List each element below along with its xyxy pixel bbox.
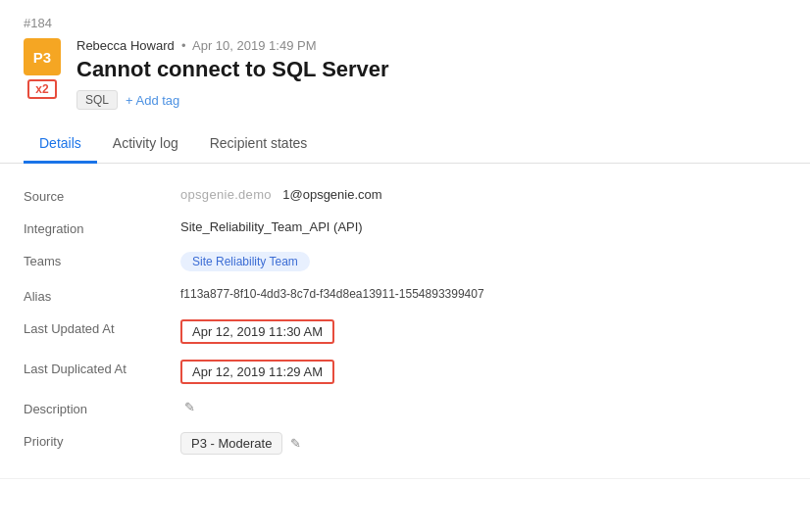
- duplicate-badge: x2: [27, 79, 56, 99]
- last-duplicated-datetime: Apr 12, 2019 11:29 AM: [180, 360, 334, 384]
- alias-row: Alias f113a877-8f10-4dd3-8c7d-f34d8ea139…: [24, 279, 786, 312]
- tabs-bar: Details Activity log Recipient states: [0, 125, 810, 164]
- priority-badge: P3: [24, 38, 61, 75]
- bottom-divider: [0, 478, 810, 479]
- source-text-blur: opsgenie.demo: [180, 187, 279, 202]
- priority-row: Priority P3 - Moderate ✎: [24, 424, 786, 462]
- issue-title: Cannot connect to SQL Server: [76, 57, 786, 82]
- last-updated-datetime: Apr 12, 2019 11:30 AM: [180, 319, 334, 344]
- integration-label: Integration: [24, 219, 180, 236]
- description-value: ✎: [180, 400, 786, 414]
- source-value: opsgenie.demo 1@opsgenie.com: [180, 187, 786, 202]
- tags-row: SQL + Add tag: [76, 90, 786, 110]
- priority-value: P3 - Moderate ✎: [180, 432, 786, 455]
- tab-recipient-states[interactable]: Recipient states: [194, 125, 324, 164]
- priority-container: P3 x2: [24, 38, 61, 99]
- last-duplicated-row: Last Duplicated At Apr 12, 2019 11:29 AM: [24, 352, 786, 392]
- issue-number: #184: [24, 16, 786, 30]
- integration-row: Integration Site_Reliability_Team_API (A…: [24, 212, 786, 244]
- tab-details[interactable]: Details: [24, 125, 97, 164]
- description-edit-icon[interactable]: ✎: [184, 400, 195, 414]
- integration-value: Site_Reliability_Team_API (API): [180, 219, 786, 234]
- last-updated-value: Apr 12, 2019 11:30 AM: [180, 319, 786, 344]
- last-updated-label: Last Updated At: [24, 319, 180, 336]
- last-duplicated-label: Last Duplicated At: [24, 360, 180, 376]
- last-updated-row: Last Updated At Apr 12, 2019 11:30 AM: [24, 312, 786, 352]
- team-badge[interactable]: Site Reliability Team: [180, 252, 310, 271]
- description-row: Description ✎: [24, 392, 786, 424]
- source-label: Source: [24, 187, 180, 204]
- priority-edit-icon[interactable]: ✎: [290, 436, 301, 451]
- teams-row: Teams Site Reliability Team: [24, 244, 786, 279]
- add-tag-button[interactable]: + Add tag: [126, 93, 179, 108]
- last-duplicated-value: Apr 12, 2019 11:29 AM: [180, 360, 786, 384]
- teams-label: Teams: [24, 252, 180, 268]
- priority-value-badge: P3 - Moderate: [180, 432, 282, 455]
- issue-date: Apr 10, 2019 1:49 PM: [192, 38, 316, 53]
- description-label: Description: [24, 400, 180, 416]
- source-email-suffix: 1@opsgenie.com: [282, 187, 381, 202]
- meta-line: Rebecca Howard • Apr 10, 2019 1:49 PM: [76, 38, 786, 53]
- header-content: Rebecca Howard • Apr 10, 2019 1:49 PM Ca…: [76, 38, 786, 110]
- meta-dot: •: [177, 38, 192, 53]
- source-row: Source opsgenie.demo 1@opsgenie.com: [24, 179, 786, 212]
- tag-sql[interactable]: SQL: [76, 90, 118, 110]
- alias-value: f113a877-8f10-4dd3-8c7d-f34d8ea13911-155…: [180, 287, 786, 301]
- tab-activity-log[interactable]: Activity log: [97, 125, 194, 164]
- author-name: Rebecca Howard: [76, 38, 175, 53]
- details-section: Source opsgenie.demo 1@opsgenie.com Inte…: [0, 164, 810, 478]
- teams-value: Site Reliability Team: [180, 252, 786, 271]
- priority-label: Priority: [24, 432, 180, 449]
- alias-label: Alias: [24, 287, 180, 304]
